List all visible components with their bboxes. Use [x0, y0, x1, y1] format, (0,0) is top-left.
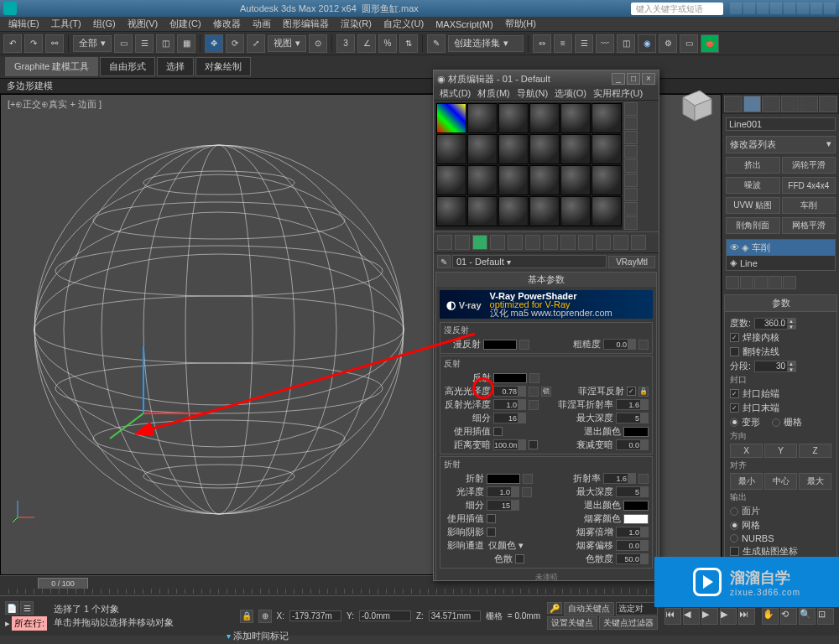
layers-icon[interactable]: ☰ [575, 34, 593, 53]
chk-affect-shadows[interactable] [487, 527, 496, 537]
spin-dim-dist[interactable] [493, 439, 526, 450]
info-icon[interactable] [730, 3, 742, 14]
spin-dispersion[interactable] [616, 553, 649, 564]
refract-map-button[interactable] [523, 474, 533, 484]
select-rect-icon[interactable]: ◫ [156, 34, 175, 53]
pivot-icon[interactable]: ⊙ [309, 34, 327, 53]
menu-modifiers[interactable]: 修改器 [208, 18, 246, 30]
make-unique-icon[interactable] [525, 235, 540, 250]
goto-start-icon[interactable]: ⏮ [664, 608, 681, 625]
menu-help[interactable]: 帮助(H) [500, 18, 541, 30]
rad-patch[interactable] [730, 507, 738, 516]
go-sibling-icon[interactable] [631, 235, 646, 250]
background-icon[interactable] [624, 131, 638, 144]
pan-icon[interactable]: ✋ [762, 608, 779, 625]
axis-x[interactable]: X [730, 444, 763, 458]
tab-freeform[interactable]: 自由形式 [100, 57, 155, 76]
next-frame-icon[interactable]: ▶ [720, 608, 737, 625]
btn-chamfer[interactable]: 剖角剖面 [726, 217, 780, 234]
render-icon[interactable]: 🫖 [701, 34, 719, 53]
btn-noise[interactable]: 噪波 [726, 177, 780, 194]
sel-key-input[interactable] [616, 602, 658, 615]
percent-snap-icon[interactable]: % [378, 34, 397, 53]
menu-render[interactable]: 渲染(R) [336, 18, 377, 30]
mat-menu-nav[interactable]: 导航(N) [514, 87, 550, 100]
sign-in-icon[interactable] [757, 3, 769, 14]
show-map-icon[interactable] [578, 235, 593, 250]
menu-tools[interactable]: 工具(T) [46, 18, 86, 30]
refr-gloss-map-button[interactable] [522, 487, 532, 497]
material-editor-icon[interactable]: ◉ [638, 34, 656, 53]
video-check-icon[interactable] [624, 159, 638, 173]
tab-modify-icon[interactable] [743, 96, 762, 112]
spin-refr-maxdepth[interactable] [616, 486, 649, 497]
chk-gen-coords[interactable] [730, 547, 739, 556]
rollout-head-params[interactable]: 参数 [725, 295, 836, 312]
lock-fresnel-button[interactable]: 🔒 [638, 387, 649, 397]
chk-cap-start[interactable]: ✓ [730, 389, 739, 398]
tab-create-icon[interactable] [724, 96, 743, 112]
snap-toggle-icon[interactable]: 3 [336, 34, 355, 53]
unique-icon[interactable] [754, 276, 768, 289]
autokey-button[interactable]: 自动关键点 [564, 602, 614, 615]
select-icon[interactable]: ▭ [114, 34, 133, 53]
fog-color-swatch[interactable] [623, 514, 649, 524]
spin-fog-mult[interactable] [616, 527, 649, 538]
pin-stack-icon[interactable] [726, 276, 739, 289]
modifier-stack[interactable]: 👁 ◈车削 ◈Line [726, 239, 836, 271]
reflect-map-button[interactable] [529, 373, 539, 383]
sample-slot[interactable] [436, 134, 466, 164]
sample-slot[interactable] [467, 165, 498, 195]
sample-slot[interactable] [467, 103, 498, 133]
sample-slot[interactable] [560, 103, 591, 133]
sample-slot[interactable] [591, 165, 622, 195]
select-by-mat-icon[interactable] [624, 202, 638, 216]
prev-frame-icon[interactable]: ◀ [683, 608, 700, 625]
coord-y-input[interactable] [359, 610, 411, 621]
diffuse-color-swatch[interactable] [483, 340, 517, 350]
scene-object-sphere[interactable] [26, 137, 412, 522]
mat-menu-options[interactable]: 选项(O) [552, 87, 589, 100]
btn-meshsmooth[interactable]: 网格平滑 [782, 217, 836, 234]
help-search-input[interactable]: 键入关键字或短语 [631, 3, 723, 15]
backlight-icon[interactable] [624, 117, 638, 130]
spin-refl-maxdepth[interactable] [616, 413, 649, 423]
make-preview-icon[interactable] [624, 174, 638, 187]
time-slider-thumb[interactable]: 0 / 100 [38, 578, 88, 589]
sample-type-icon[interactable] [624, 102, 638, 116]
remove-mod-icon[interactable] [769, 276, 782, 289]
tab-selection[interactable]: 选择 [157, 57, 194, 76]
setkey-button[interactable]: 设置关键点 [547, 616, 597, 630]
sample-slot[interactable] [529, 103, 560, 133]
edit-named-sel-icon[interactable]: ✎ [427, 34, 446, 53]
rgloss-map-button[interactable] [529, 400, 539, 410]
rough-map-button[interactable] [638, 340, 649, 350]
mat-max-button[interactable]: □ [627, 73, 640, 85]
spin-refr-subdiv[interactable] [487, 500, 519, 511]
spin-fresnel-ior[interactable] [616, 399, 649, 410]
goto-end-icon[interactable]: ⏭ [738, 608, 755, 625]
tab-display-icon[interactable] [800, 96, 819, 112]
stack-item-lathe[interactable]: 👁 ◈车削 [727, 240, 835, 256]
menu-customize[interactable]: 自定义(U) [378, 18, 429, 30]
menu-graph[interactable]: 图形编辑器 [278, 18, 334, 30]
viewport-label[interactable]: [+⊕正交⊕真实 + 边面 ] [8, 98, 102, 111]
spin-ior[interactable] [603, 473, 636, 484]
align-min[interactable]: 最小 [730, 473, 763, 490]
sample-slot[interactable] [467, 134, 498, 164]
rad-nurbs[interactable] [730, 534, 738, 543]
refl-exit-swatch[interactable] [623, 427, 649, 437]
affect-channels-combo[interactable]: 仅颜色 ▾ [487, 539, 529, 552]
put-to-lib-icon[interactable] [543, 235, 558, 250]
align-icon[interactable]: ≡ [554, 34, 572, 53]
spin-hilight-gloss[interactable] [493, 386, 526, 397]
sample-slot[interactable] [436, 196, 466, 226]
chk-flip[interactable] [730, 347, 739, 356]
chk-dim[interactable] [529, 440, 538, 449]
sample-slot[interactable] [591, 196, 622, 226]
mat-menu-util[interactable]: 实用程序(U) [591, 87, 645, 100]
reset-map-icon[interactable] [490, 235, 505, 250]
menu-maxscript[interactable]: MAXScript(M) [430, 19, 498, 29]
rad-mesh[interactable] [730, 522, 738, 530]
sample-slot[interactable] [591, 134, 622, 164]
